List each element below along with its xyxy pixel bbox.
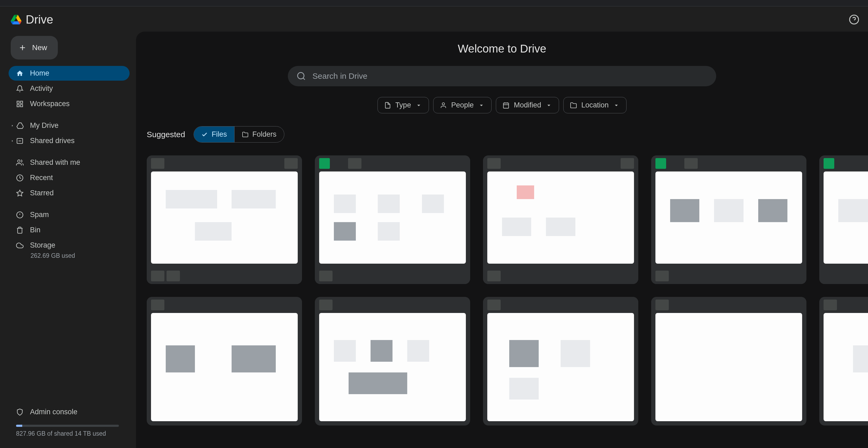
- chevron-down-icon: [613, 102, 620, 109]
- new-button[interactable]: New: [11, 36, 58, 59]
- svg-line-14: [303, 78, 305, 80]
- sidebar-item-starred[interactable]: Starred: [8, 186, 130, 201]
- filter-modified[interactable]: Modified: [496, 97, 559, 113]
- file-card[interactable]: [147, 297, 302, 425]
- shared-drives-icon: [16, 137, 24, 145]
- file-grid: [147, 155, 868, 425]
- shared-storage-text: 827.96 GB of shared 14 TB used: [8, 430, 126, 437]
- sidebar-item-spam[interactable]: Spam: [8, 207, 130, 222]
- file-thumbnail: [151, 172, 298, 264]
- file-card-footer: [147, 268, 302, 284]
- storage-bar-fill: [16, 425, 22, 427]
- file-thumbnail: [319, 172, 466, 264]
- admin-console-link[interactable]: Admin console: [8, 405, 126, 419]
- file-thumbnail: [824, 313, 868, 421]
- cloud-icon: [16, 242, 24, 249]
- file-card[interactable]: [651, 155, 806, 284]
- toggle-folders[interactable]: Folders: [235, 126, 284, 142]
- file-card-footer: [651, 268, 806, 284]
- people-icon: [16, 159, 24, 167]
- sidebar-item-workspaces[interactable]: Workspaces: [8, 96, 130, 111]
- svg-point-15: [442, 102, 445, 105]
- chevron-down-icon: [415, 102, 422, 109]
- suggested-row: Suggested Files Folders: [147, 126, 868, 143]
- chevron-down-icon: [546, 102, 552, 109]
- content-area: Welcome to Drive Type People: [136, 32, 868, 448]
- file-thumbnail: [487, 313, 634, 421]
- file-card-header: [651, 155, 806, 172]
- header: Drive: [2, 7, 868, 32]
- storage-used-text: 262.69 GB used: [8, 252, 130, 259]
- toggle-files[interactable]: Files: [194, 126, 235, 142]
- file-card[interactable]: [483, 155, 638, 284]
- folder-icon: [570, 102, 577, 109]
- file-card-header: [819, 155, 868, 172]
- trash-icon: [16, 227, 24, 234]
- toggle-label: Folders: [252, 130, 276, 139]
- new-button-label: New: [32, 43, 47, 52]
- bell-icon: [16, 85, 24, 92]
- sidebar: New Home Activity Workspaces: [2, 32, 136, 448]
- svg-rect-2: [17, 101, 19, 103]
- search-input[interactable]: [312, 71, 708, 81]
- file-card-header: [147, 297, 302, 313]
- svg-point-7: [18, 160, 20, 162]
- main-layout: New Home Activity Workspaces: [2, 32, 868, 448]
- search-bar[interactable]: [288, 66, 716, 86]
- sidebar-item-shareddrives[interactable]: Shared drives: [8, 133, 130, 148]
- file-icon: [384, 102, 391, 109]
- file-card[interactable]: [315, 155, 470, 284]
- file-thumbnail: [319, 313, 466, 421]
- svg-marker-9: [17, 190, 23, 196]
- file-card-header: [315, 297, 470, 313]
- calendar-icon: [502, 102, 509, 109]
- filter-people[interactable]: People: [433, 97, 492, 113]
- sidebar-label: Activity: [30, 84, 53, 93]
- sidebar-item-recent[interactable]: Recent: [8, 171, 130, 185]
- browser-tab-bar: [0, 0, 868, 6]
- file-card[interactable]: [147, 155, 302, 284]
- filter-label: People: [451, 101, 474, 109]
- chevron-right-icon[interactable]: [10, 123, 14, 128]
- file-card-header: [483, 155, 638, 172]
- help-icon: [849, 14, 860, 25]
- logo-container[interactable]: Drive: [11, 13, 53, 26]
- storage-bar: [16, 425, 119, 427]
- help-button[interactable]: [849, 14, 860, 25]
- sidebar-item-sharedwithme[interactable]: Shared with me: [8, 155, 130, 170]
- chevron-down-icon: [478, 102, 485, 109]
- filter-type[interactable]: Type: [377, 97, 429, 113]
- file-card-footer: [315, 268, 470, 284]
- file-card[interactable]: [483, 297, 638, 425]
- file-card-header: [651, 297, 806, 313]
- search-icon: [297, 71, 306, 81]
- star-icon: [16, 189, 24, 197]
- file-card[interactable]: [651, 297, 806, 425]
- file-thumbnail: [655, 313, 802, 421]
- app-container: Drive New Home: [2, 7, 868, 448]
- chevron-right-icon[interactable]: [10, 139, 14, 143]
- sidebar-label: Home: [30, 69, 49, 78]
- file-card-header: [315, 155, 470, 172]
- sidebar-item-storage[interactable]: Storage: [8, 238, 130, 253]
- file-thumbnail: [151, 313, 298, 421]
- sidebar-item-mydrive[interactable]: My Drive: [8, 118, 130, 133]
- sidebar-label: Storage: [30, 241, 55, 249]
- sidebar-item-home[interactable]: Home: [8, 66, 130, 81]
- plus-icon: [18, 43, 27, 52]
- file-card[interactable]: [819, 297, 868, 425]
- file-card[interactable]: [819, 155, 868, 284]
- suggested-label: Suggested: [147, 130, 185, 139]
- file-card-footer: [483, 268, 638, 284]
- file-card[interactable]: [315, 297, 470, 425]
- person-icon: [440, 102, 447, 109]
- sidebar-item-activity[interactable]: Activity: [8, 81, 130, 96]
- sidebar-label: Starred: [30, 189, 54, 197]
- sidebar-footer: Admin console 827.96 GB of shared 14 TB …: [8, 405, 126, 437]
- sidebar-label: Bin: [30, 226, 40, 234]
- admin-label: Admin console: [30, 408, 78, 416]
- filter-location[interactable]: Location: [563, 97, 626, 113]
- sidebar-item-bin[interactable]: Bin: [8, 223, 130, 237]
- folder-icon: [242, 131, 248, 138]
- home-icon: [16, 70, 24, 77]
